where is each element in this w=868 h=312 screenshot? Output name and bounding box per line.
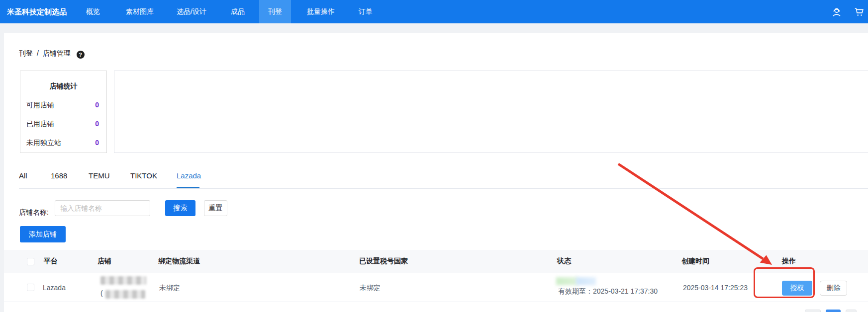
breadcrumb-parent[interactable]: 刊登 [19,49,33,57]
row-tax-country: 未绑定 [360,284,381,293]
nav-item-publish[interactable]: 刊登 [259,0,291,23]
tab-tiktok[interactable]: TIKTOK [130,171,157,180]
table-header: 平台 店铺 绑定物流渠道 已设置税号国家 状态 创建时间 操作 [4,250,868,273]
nav-item-material-library[interactable]: 素材图库 [117,0,163,23]
col-shop: 店铺 [97,257,111,266]
stat-value: 0 [95,120,99,129]
pagination-item-current[interactable] [826,310,841,312]
content-card: 刊登 / 店铺管理 ? 店铺统计 可用店铺 0 已用店铺 0 未用独立站 0 A… [4,33,868,312]
breadcrumb: 刊登 / 店铺管理 ? [19,49,87,59]
row-status-expiry: 有效期至：2025-03-21 17:37:30 [558,287,658,296]
stat-label: 可用店铺 [26,101,54,110]
add-shop-button[interactable]: 添加店铺 [20,226,66,242]
nav-item-selection-design[interactable]: 选品/设计 [168,0,215,23]
shopping-cart-icon[interactable] [854,6,865,17]
shop-stats-panel: 店铺统计 可用店铺 0 已用店铺 0 未用独立站 0 [20,71,107,153]
shop-stats-title: 店铺统计 [20,82,106,91]
row-logistics: 未绑定 [159,284,180,293]
reset-button[interactable]: 重置 [204,200,227,216]
pagination-item-prev[interactable] [805,310,821,312]
row-created-at: 2025-03-14 17:25:23 [683,284,748,292]
col-created-at: 创建时间 [681,257,709,266]
stat-label: 未用独立站 [26,139,61,148]
redacted-shop-name-line1 [100,276,146,285]
breadcrumb-separator: / [37,49,39,57]
tabs-divider [19,188,868,189]
empty-info-panel [114,71,868,153]
col-platform: 平台 [44,257,58,266]
stat-value: 0 [95,101,99,110]
shop-name-label: 店铺名称: [19,204,49,220]
search-button[interactable]: 搜索 [165,200,195,216]
shop-name-input[interactable] [55,200,150,216]
authorize-button[interactable]: 授权 [782,281,812,296]
row-checkbox[interactable] [27,284,34,291]
breadcrumb-current: 店铺管理 [43,49,71,57]
nav-item-batch-operations[interactable]: 批量操作 [298,0,344,23]
stat-unused-independent-sites: 未用独立站 0 [20,139,106,148]
redacted-status-badge-green [556,277,578,285]
col-logistics: 绑定物流渠道 [158,257,200,266]
redacted-shop-name-prefix: ( [100,289,103,297]
col-tax-country: 已设置税号国家 [359,257,408,266]
stat-label: 已用店铺 [26,120,54,129]
tab-temu[interactable]: TEMU [89,171,110,180]
brand-title: 米圣科技定制选品 [7,0,67,23]
nav-item-finished-products[interactable]: 成品 [222,0,254,23]
col-status: 状态 [557,257,571,266]
help-icon[interactable]: ? [77,51,85,59]
stat-value: 0 [95,139,99,148]
tab-lazada[interactable]: Lazada [177,171,201,180]
tab-1688[interactable]: 1688 [51,171,67,180]
stat-available-shops: 可用店铺 0 [20,101,106,110]
delete-button[interactable]: 删除 [820,281,847,296]
select-all-checkbox[interactable] [27,258,34,265]
redacted-shop-name-line2 [105,290,145,299]
nav-item-orders[interactable]: 订单 [350,0,382,23]
pagination-item-next[interactable] [846,310,857,312]
stat-used-shops: 已用店铺 0 [20,120,106,129]
redacted-status-badge-blue [576,277,596,285]
row-platform: Lazada [43,284,66,292]
customer-service-icon[interactable] [831,6,842,17]
nav-item-overview[interactable]: 概览 [77,0,109,23]
col-actions: 操作 [782,257,796,266]
tab-all[interactable]: All [19,171,27,180]
top-navbar: 米圣科技定制选品 概览 素材图库 选品/设计 成品 刊登 批量操作 订单 [0,0,868,23]
app-window: 米圣科技定制选品 概览 素材图库 选品/设计 成品 刊登 批量操作 订单 刊登 … [0,0,868,312]
